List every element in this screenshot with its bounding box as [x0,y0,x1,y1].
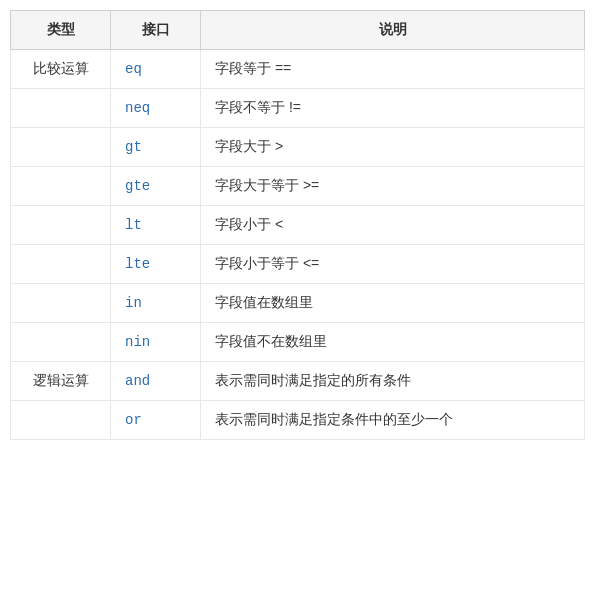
table-row: nin字段值不在数组里 [11,323,585,362]
cell-type [11,245,111,284]
cell-type: 逻辑运算 [11,362,111,401]
cell-type [11,128,111,167]
header-type: 类型 [11,11,111,50]
table-row: neq字段不等于 != [11,89,585,128]
cell-interface: eq [111,50,201,89]
cell-interface: nin [111,323,201,362]
header-interface: 接口 [111,11,201,50]
cell-description: 表示需同时满足指定条件中的至少一个 [201,401,585,440]
table-header-row: 类型 接口 说明 [11,11,585,50]
cell-description: 字段小于等于 <= [201,245,585,284]
table-row: in字段值在数组里 [11,284,585,323]
cell-description: 字段值在数组里 [201,284,585,323]
cell-interface: lte [111,245,201,284]
cell-description: 字段不等于 != [201,89,585,128]
table-row: gt字段大于 > [11,128,585,167]
cell-interface: and [111,362,201,401]
table-row: lte字段小于等于 <= [11,245,585,284]
cell-type [11,284,111,323]
cell-description: 字段小于 < [201,206,585,245]
cell-interface: gt [111,128,201,167]
cell-description: 字段大于等于 >= [201,167,585,206]
cell-interface: gte [111,167,201,206]
cell-description: 字段值不在数组里 [201,323,585,362]
cell-type [11,89,111,128]
cell-type [11,401,111,440]
header-description: 说明 [201,11,585,50]
cell-type: 比较运算 [11,50,111,89]
cell-interface: lt [111,206,201,245]
cell-description: 字段等于 == [201,50,585,89]
table-row: 逻辑运算and表示需同时满足指定的所有条件 [11,362,585,401]
api-table: 类型 接口 说明 比较运算eq字段等于 ==neq字段不等于 !=gt字段大于 … [10,10,585,440]
cell-description: 表示需同时满足指定的所有条件 [201,362,585,401]
table-row: or表示需同时满足指定条件中的至少一个 [11,401,585,440]
cell-description: 字段大于 > [201,128,585,167]
cell-interface: in [111,284,201,323]
table-row: 比较运算eq字段等于 == [11,50,585,89]
cell-interface: neq [111,89,201,128]
cell-type [11,323,111,362]
cell-type [11,206,111,245]
cell-type [11,167,111,206]
table-row: lt字段小于 < [11,206,585,245]
table-row: gte字段大于等于 >= [11,167,585,206]
cell-interface: or [111,401,201,440]
